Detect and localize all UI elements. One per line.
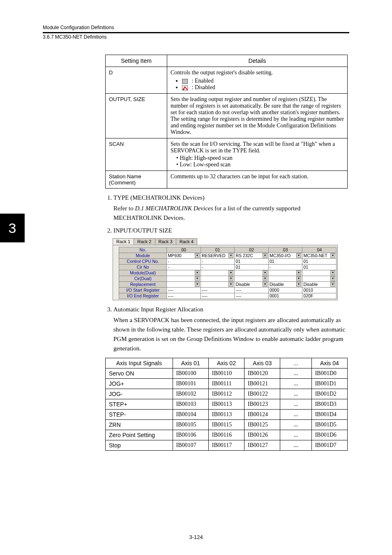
grid-col-no: No. (119, 247, 167, 253)
dropdown-icon[interactable] (195, 270, 200, 275)
axis-cell-3-5: IB001D3 (311, 399, 347, 409)
settings-row-output-details: Sets the leading output register and num… (167, 94, 348, 138)
dropdown-icon[interactable] (228, 253, 233, 258)
axis-cell-6-1: IB00106 (173, 430, 208, 440)
axis-cell-6-4: ... (280, 430, 311, 440)
axis-cell-1-3: IB00121 (244, 378, 280, 389)
list-item-1: TYPE (MECHATROLINK Devices) Refer to D.1… (113, 194, 348, 223)
settings-row-d-item: D (106, 67, 167, 94)
grid-cell-0-4[interactable]: MC350-NET (302, 253, 337, 258)
axis-cell-1-5: IB001D1 (311, 378, 347, 389)
grid-rowh-5: Replacement (119, 281, 167, 287)
scan-high: • High: High-speed scan (176, 155, 344, 161)
axis-cell-0-3: IB00120 (244, 368, 280, 378)
dropdown-icon[interactable] (330, 253, 335, 258)
dropdown-icon[interactable] (296, 282, 301, 287)
axis-cell-3-0: STEP+ (106, 399, 173, 409)
grid-cell-5-3[interactable]: Disable (268, 281, 302, 287)
grid-rowh-0: Module (119, 253, 167, 258)
list-item-2-title: INPUT/OUTPUT SIZE (113, 227, 172, 234)
tab-rack-2[interactable]: Rack 2 (134, 238, 155, 245)
dropdown-icon[interactable] (263, 253, 267, 258)
dropdown-icon[interactable] (296, 270, 301, 275)
grid-cell-1-3: 01 (268, 258, 302, 264)
grid-cell-5-2[interactable]: Disable (235, 281, 269, 287)
grid-cell-6-2: ---- (235, 287, 269, 293)
grid-cell-4-3[interactable] (268, 276, 302, 281)
grid-cell-0-3[interactable]: MC350-I/O (268, 253, 302, 258)
axis-cell-7-5: IB001D7 (311, 440, 347, 450)
grid-cell-6-4: 0010 (302, 287, 337, 293)
axis-th-2: Axis 02 (208, 358, 244, 368)
settings-row-d: D Controls the output register's disable… (106, 67, 348, 94)
axis-cell-5-2: IB00115 (208, 419, 244, 430)
axis-cell-2-2: IB00112 (208, 389, 244, 399)
axis-cell-4-3: IB00124 (244, 409, 280, 419)
settings-row-d-intro: Controls the output register's disable s… (171, 69, 344, 76)
grid-cell-1-2: 01 (235, 258, 269, 264)
grid-cell-3-1[interactable] (201, 270, 235, 276)
dropdown-icon[interactable] (228, 276, 233, 281)
dropdown-icon[interactable] (263, 270, 267, 275)
axis-cell-2-5: IB001D2 (311, 389, 347, 399)
grid-cell-3-0[interactable] (167, 270, 201, 276)
grid-cell-4-0[interactable] (167, 276, 201, 281)
grid-cell-1-4: 01 (302, 258, 337, 264)
axis-th-0: Axis Input Signals (106, 358, 173, 368)
grid-cell-4-2[interactable] (235, 276, 269, 281)
grid-cell-0-1[interactable]: RESERVED (201, 253, 235, 258)
grid-cell-7-3: 0001 (268, 293, 302, 299)
li1-pre: Refer to (113, 205, 135, 212)
axis-cell-5-3: IB00125 (244, 419, 280, 430)
dropdown-icon[interactable] (195, 253, 200, 258)
dropdown-icon[interactable] (228, 270, 233, 275)
settings-row-d-bullet-enabled: : Enabled (182, 78, 344, 84)
axis-cell-7-1: IB00107 (173, 440, 208, 450)
tab-rack-1[interactable]: Rack 1 (113, 238, 134, 245)
axis-cell-5-5: IB001D5 (311, 419, 347, 430)
grid-cell-4-1[interactable] (201, 276, 235, 281)
axis-cell-5-1: IB00105 (173, 419, 208, 430)
tab-rack-3[interactable]: Rack 3 (155, 238, 176, 245)
dropdown-icon[interactable] (296, 276, 301, 281)
settings-row-scan: SCAN Sets the scan for I/O servicing. Th… (106, 138, 348, 171)
tab-rack-4[interactable]: Rack 4 (176, 238, 197, 245)
dropdown-icon[interactable] (330, 282, 335, 287)
axis-cell-2-3: IB00122 (244, 389, 280, 399)
grid-cell-5-0[interactable] (167, 281, 201, 287)
grid-cell-4-4[interactable] (302, 276, 337, 281)
grid-cell-3-4[interactable] (302, 270, 337, 276)
dropdown-icon[interactable] (296, 253, 301, 258)
header-rule (43, 32, 349, 33)
dropdown-icon[interactable] (263, 276, 267, 281)
dropdown-icon[interactable] (228, 282, 233, 287)
grid-rowh-3: Module(Dual) (119, 270, 167, 276)
enabled-text: : Enabled (192, 78, 214, 84)
axis-th-1: Axis 01 (173, 358, 208, 368)
axis-cell-5-4: ... (280, 419, 311, 430)
numbered-list-cont: Automatic Input Register Allocation When… (105, 306, 348, 354)
grid-cell-0-0[interactable]: MP930 (167, 253, 201, 258)
axis-cell-0-5: IB001D0 (311, 368, 347, 378)
settings-row-scan-intro: Sets the scan for I/O servicing. The sca… (171, 141, 344, 154)
header-title: Module Configuration Definitions (43, 25, 349, 30)
axis-cell-1-2: IB00111 (208, 378, 244, 389)
rack-config-panel: Rack 1 Rack 2 Rack 3 Rack 4 No.000102030… (113, 238, 338, 300)
dropdown-icon[interactable] (330, 270, 335, 275)
grid-cell-2-1: - (201, 264, 235, 270)
dropdown-icon[interactable] (195, 282, 200, 287)
grid-cell-3-3[interactable] (268, 270, 302, 276)
grid-cell-0-2[interactable]: RS 232C (235, 253, 269, 258)
dropdown-icon[interactable] (330, 276, 335, 281)
numbered-list: TYPE (MECHATROLINK Devices) Refer to D.1… (105, 194, 348, 234)
grid-rowh-7: I/O End Register (119, 293, 167, 299)
grid-cell-3-2[interactable] (235, 270, 269, 276)
settings-table: Setting Item Details D Controls the outp… (105, 55, 348, 189)
axis-cell-1-0: JOG+ (106, 378, 173, 389)
axis-cell-0-1: IB00100 (173, 368, 208, 378)
grid-cell-5-4[interactable]: Disable (302, 281, 337, 287)
dropdown-icon[interactable] (195, 276, 200, 281)
grid-cell-5-1[interactable] (201, 281, 235, 287)
grid-rowh-6: I/O Start Register (119, 287, 167, 293)
dropdown-icon[interactable] (263, 282, 267, 287)
